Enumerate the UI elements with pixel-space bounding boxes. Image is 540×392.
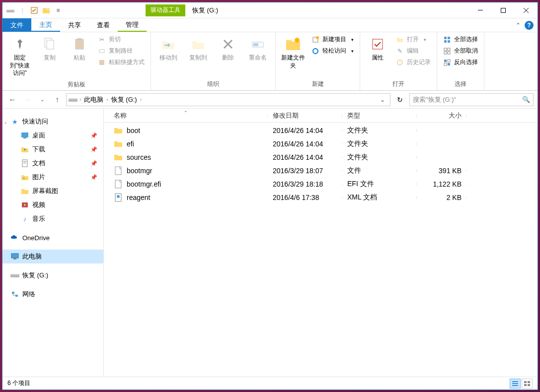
file-row[interactable]: reagent2016/4/6 17:38XML 文档2 KB bbox=[104, 191, 538, 204]
easy-access-button[interactable]: 轻松访问▾ bbox=[309, 46, 356, 56]
recent-dropdown[interactable]: ⌄ bbox=[36, 94, 48, 106]
breadcrumb-this-pc[interactable]: 此电脑 bbox=[83, 95, 104, 104]
tab-file[interactable]: 文件 bbox=[2, 18, 31, 32]
svg-rect-22 bbox=[444, 40, 447, 43]
folder-icon bbox=[20, 187, 29, 196]
invert-selection-button[interactable]: 反向选择 bbox=[441, 57, 480, 67]
sidebar-videos[interactable]: 视频 bbox=[2, 198, 103, 212]
file-icon bbox=[114, 180, 123, 189]
copy-path-button[interactable]: 复制路径 bbox=[96, 46, 147, 56]
sidebar-network[interactable]: 网络 bbox=[2, 287, 103, 301]
copy-to-button[interactable]: 复制到 bbox=[185, 34, 212, 64]
paste-shortcut-button[interactable]: 粘贴快捷方式 bbox=[96, 57, 147, 67]
file-icon bbox=[114, 193, 123, 202]
help-icon[interactable]: ? bbox=[525, 21, 534, 30]
file-row[interactable]: boot2016/4/26 14:04文件夹 bbox=[104, 124, 538, 137]
file-row[interactable]: efi2016/4/26 14:04文件夹 bbox=[104, 137, 538, 150]
close-button[interactable] bbox=[515, 3, 538, 18]
move-to-button[interactable]: 移动到 bbox=[155, 34, 182, 64]
column-size[interactable]: 大小 bbox=[417, 111, 466, 120]
cut-button[interactable]: ✂剪切 bbox=[96, 34, 147, 45]
up-button[interactable]: ↑ bbox=[51, 94, 63, 106]
new-label: 新建 bbox=[280, 79, 356, 89]
icons-view-button[interactable] bbox=[522, 379, 533, 389]
context-tab: 驱动器工具 bbox=[146, 4, 185, 16]
column-date[interactable]: 修改日期 bbox=[268, 111, 342, 120]
delete-button[interactable]: 删除 bbox=[215, 34, 241, 64]
search-box[interactable]: 搜索"恢复 (G:)" 🔍 bbox=[409, 93, 534, 106]
select-label: 选择 bbox=[441, 79, 480, 89]
folder-qat-icon[interactable] bbox=[41, 5, 51, 15]
back-button[interactable]: ← bbox=[6, 94, 18, 106]
maximize-button[interactable] bbox=[492, 3, 515, 18]
file-row[interactable]: bootmgr2016/3/29 18:07文件391 KB bbox=[104, 164, 538, 177]
file-icon bbox=[114, 126, 123, 135]
open-label: 打开 bbox=[364, 79, 433, 89]
sidebar-pictures[interactable]: 图片📌 bbox=[2, 170, 103, 184]
invert-icon bbox=[443, 59, 451, 66]
content-area: ⌄★快速访问 桌面📌 下载📌 文档📌 图片📌 屏幕截图 视频 ♪音乐 OneDr… bbox=[2, 109, 538, 377]
copy-button[interactable]: 复制 bbox=[36, 34, 63, 64]
address-dropdown-icon[interactable]: ⌄ bbox=[377, 96, 388, 103]
copy-path-icon bbox=[98, 47, 106, 55]
sidebar-downloads[interactable]: 下载📌 bbox=[2, 142, 103, 156]
sidebar-quick-access[interactable]: ⌄★快速访问 bbox=[2, 115, 103, 129]
svg-rect-28 bbox=[444, 60, 447, 62]
file-type: 文件夹 bbox=[342, 126, 417, 135]
file-type: 文件夹 bbox=[342, 153, 417, 162]
breadcrumb-separator[interactable]: › bbox=[79, 97, 81, 102]
details-view-button[interactable] bbox=[510, 379, 521, 389]
svg-rect-1 bbox=[6, 9, 14, 10]
tab-manage[interactable]: 管理 bbox=[118, 18, 147, 32]
refresh-button[interactable]: ↻ bbox=[393, 93, 406, 106]
search-placeholder: 搜索"恢复 (G:)" bbox=[413, 95, 456, 104]
paste-shortcut-icon bbox=[98, 59, 106, 66]
svg-point-17 bbox=[313, 49, 318, 54]
collapse-ribbon-icon[interactable]: ⌃ bbox=[516, 22, 521, 29]
qat-dropdown-icon[interactable]: ≡ bbox=[53, 5, 63, 15]
tab-view[interactable]: 查看 bbox=[89, 18, 118, 32]
column-name[interactable]: ⌃名称 bbox=[104, 111, 268, 120]
properties-icon bbox=[370, 36, 386, 52]
sidebar-screenshots[interactable]: 屏幕截图 bbox=[2, 184, 103, 198]
file-row[interactable]: sources2016/4/26 14:04文件夹 bbox=[104, 150, 538, 164]
breadcrumb-drive[interactable]: 恢复 (G:) bbox=[110, 95, 138, 104]
open-icon bbox=[396, 36, 404, 44]
paste-button[interactable]: 粘贴 bbox=[66, 34, 93, 64]
file-row[interactable]: bootmgr.efi2016/3/29 18:18EFI 文件1,122 KB bbox=[104, 177, 538, 191]
sidebar-onedrive[interactable]: OneDrive bbox=[2, 231, 103, 245]
column-type[interactable]: 类型 bbox=[342, 111, 417, 120]
properties-icon[interactable] bbox=[29, 5, 39, 15]
tab-home[interactable]: 主页 bbox=[31, 18, 60, 32]
properties-button[interactable]: 属性 bbox=[364, 34, 391, 64]
sidebar-documents[interactable]: 文档📌 bbox=[2, 156, 103, 170]
new-item-button[interactable]: 新建项目▾ bbox=[309, 34, 356, 45]
select-none-button[interactable]: 全部取消 bbox=[441, 46, 480, 56]
sidebar-music[interactable]: ♪音乐 bbox=[2, 212, 103, 226]
svg-rect-31 bbox=[448, 63, 450, 65]
pin-quick-access-button[interactable]: 固定到"快速访问" bbox=[6, 34, 33, 79]
tab-share[interactable]: 共享 bbox=[60, 18, 89, 32]
sidebar-desktop[interactable]: 桌面📌 bbox=[2, 129, 103, 142]
svg-rect-27 bbox=[448, 52, 450, 54]
open-button[interactable]: 打开▾ bbox=[394, 34, 433, 45]
select-all-button[interactable]: 全部选择 bbox=[441, 34, 480, 45]
svg-rect-45 bbox=[12, 292, 14, 294]
svg-rect-8 bbox=[76, 39, 83, 49]
copy-to-icon bbox=[190, 36, 206, 52]
rename-button[interactable]: 重命名 bbox=[244, 34, 271, 64]
sidebar-this-pc[interactable]: 此电脑 bbox=[2, 250, 103, 263]
move-to-icon bbox=[160, 36, 176, 52]
svg-rect-9 bbox=[77, 38, 81, 40]
minimize-button[interactable] bbox=[469, 3, 492, 18]
breadcrumb-separator[interactable]: › bbox=[106, 97, 108, 102]
pin-icon: 📌 bbox=[90, 160, 97, 167]
clipboard-label: 剪贴板 bbox=[6, 79, 147, 90]
history-button[interactable]: 历史记录 bbox=[394, 57, 433, 67]
breadcrumb-separator[interactable]: › bbox=[140, 97, 142, 102]
sidebar-recovery-drive[interactable]: 恢复 (G:) bbox=[2, 268, 103, 282]
address-bar[interactable]: › 此电脑 › 恢复 (G:) › ⌄ bbox=[66, 93, 390, 106]
edit-button[interactable]: ✎编辑 bbox=[394, 46, 433, 56]
new-folder-button[interactable]: 新建文件夹 bbox=[280, 34, 307, 71]
svg-rect-54 bbox=[524, 381, 527, 383]
